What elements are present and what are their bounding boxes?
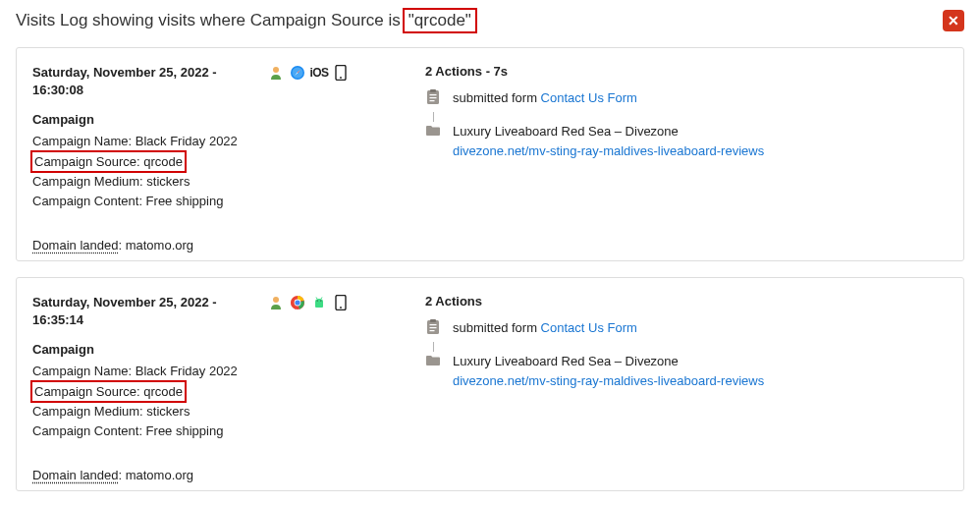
campaign-content: Campaign Content: Free shipping	[32, 422, 268, 441]
close-icon: ✕	[948, 13, 959, 28]
svg-rect-24	[430, 330, 435, 331]
chrome-icon[interactable]	[290, 295, 305, 310]
svg-rect-21	[430, 319, 436, 322]
action-row: Luxury Liveaboard Red Sea – Divezone div…	[425, 122, 946, 160]
svg-point-10	[273, 297, 279, 303]
title-highlight-box: "qrcode"	[403, 8, 477, 33]
campaign-name: Campaign Name: Black Friday 2022	[32, 132, 268, 151]
svg-rect-7	[430, 94, 437, 95]
svg-rect-22	[430, 324, 437, 325]
visit-datetime: Saturday, November 25, 2022 - 16:35:14	[32, 294, 268, 328]
campaign-content: Campaign Content: Free shipping	[32, 192, 268, 211]
domain-landed-label: Domain landed	[32, 238, 118, 253]
timeline-connector: |	[432, 112, 946, 121]
action-form-text: submitted form	[453, 90, 541, 105]
domain-landed: Domain landed: matomo.org	[32, 468, 268, 482]
domain-landed-value: : matomo.org	[118, 468, 193, 482]
svg-point-17	[320, 300, 321, 301]
svg-point-16	[317, 300, 318, 301]
domain-landed-label: Domain landed	[32, 468, 118, 482]
action-form-link[interactable]: Contact Us Form	[541, 90, 637, 105]
actions-count: 2 Actions - 7s	[425, 64, 946, 79]
action-page-link[interactable]: divezone.net/mv-sting-ray-maldives-livea…	[453, 371, 764, 391]
campaign-heading: Campaign	[32, 112, 268, 127]
form-icon	[425, 319, 441, 335]
action-form-text: submitted form	[453, 320, 541, 335]
campaign-medium: Campaign Medium: stickers	[32, 402, 268, 422]
action-row: submitted form Contact Us Form	[425, 318, 946, 338]
campaign-source-highlight: Campaign Source: qrcode	[30, 150, 187, 174]
visit-card: Saturday, November 25, 2022 - 16:35:14 C…	[16, 277, 964, 491]
visitor-icon[interactable]	[268, 65, 284, 81]
svg-rect-23	[430, 327, 437, 328]
timeline-connector: |	[432, 342, 946, 351]
action-page-title: Luxury Liveaboard Red Sea – Divezone	[453, 352, 764, 371]
svg-rect-6	[430, 89, 436, 92]
action-page-title: Luxury Liveaboard Red Sea – Divezone	[453, 122, 764, 141]
svg-rect-8	[430, 97, 437, 98]
campaign-name: Campaign Name: Black Friday 2022	[32, 362, 268, 381]
svg-point-4	[340, 77, 342, 79]
campaign-heading: Campaign	[32, 342, 268, 357]
domain-landed-value: : matomo.org	[118, 238, 193, 253]
domain-landed: Domain landed: matomo.org	[32, 238, 268, 253]
actions-count: 2 Actions	[425, 294, 946, 309]
svg-rect-9	[430, 100, 435, 101]
mobile-icon[interactable]	[333, 295, 349, 310]
folder-icon	[425, 353, 441, 368]
svg-point-0	[273, 67, 279, 73]
ios-icon[interactable]: iOS	[311, 65, 327, 81]
visitor-icon[interactable]	[268, 295, 284, 310]
action-row: submitted form Contact Us Form	[425, 88, 946, 108]
page-title: Visits Log showing visits where Campaign…	[16, 8, 477, 33]
safari-icon[interactable]	[290, 65, 305, 81]
svg-line-15	[321, 298, 322, 300]
svg-point-13	[295, 300, 299, 305]
visit-card: Saturday, November 25, 2022 - 16:30:08 C…	[16, 47, 964, 261]
campaign-medium: Campaign Medium: stickers	[32, 172, 268, 192]
action-row: Luxury Liveaboard Red Sea – Divezone div…	[425, 352, 946, 390]
visit-datetime: Saturday, November 25, 2022 - 16:30:08	[32, 64, 268, 98]
android-icon[interactable]	[311, 295, 327, 310]
close-button[interactable]: ✕	[943, 10, 964, 31]
mobile-icon[interactable]	[333, 65, 349, 81]
campaign-source-highlight: Campaign Source: qrcode	[30, 380, 187, 404]
svg-line-14	[316, 298, 317, 300]
form-icon	[425, 89, 441, 105]
title-prefix: Visits Log showing visits where Campaign…	[16, 11, 401, 30]
svg-point-19	[340, 307, 342, 309]
action-form-link[interactable]: Contact Us Form	[541, 320, 637, 335]
action-page-link[interactable]: divezone.net/mv-sting-ray-maldives-livea…	[453, 141, 764, 161]
folder-icon	[425, 123, 441, 139]
